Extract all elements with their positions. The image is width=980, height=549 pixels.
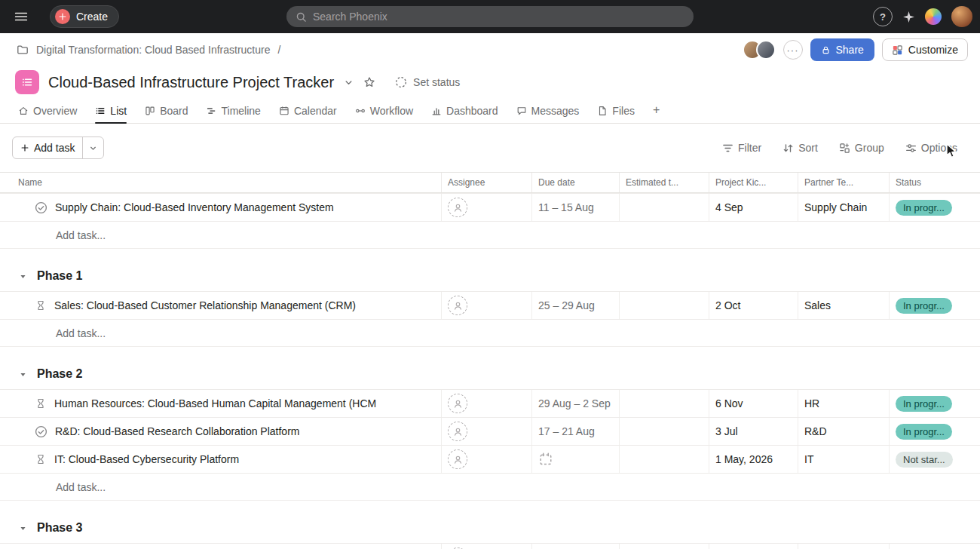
- project-kickoff-cell[interactable]: 3 Jul: [709, 418, 798, 445]
- project-kickoff-cell[interactable]: 1 Apr, 2026: [709, 544, 798, 549]
- estimated-cell[interactable]: [620, 390, 709, 417]
- search-input[interactable]: [313, 11, 684, 23]
- estimated-cell[interactable]: [620, 292, 709, 319]
- table-row[interactable]: Supply Chain: Cloud-Based Inventory Mana…: [0, 194, 980, 222]
- partner-team-cell[interactable]: HR: [798, 390, 890, 417]
- tab-overview[interactable]: Overview: [18, 105, 77, 123]
- due-date-cell[interactable]: 29 Aug – 2 Sep: [532, 390, 620, 417]
- table-row[interactable]: IT: Cloud-Based Cybersecurity Platform 1…: [0, 446, 980, 474]
- global-search[interactable]: [286, 6, 694, 27]
- task-name-cell[interactable]: Supply Chain: Cloud-Based Inventory Mana…: [0, 194, 442, 221]
- hamburger-menu-icon[interactable]: [11, 6, 32, 27]
- add-task-row[interactable]: Add task...: [0, 222, 980, 249]
- status-badge[interactable]: In progr...: [896, 200, 952, 216]
- column-header-partner-team[interactable]: Partner Te...: [798, 173, 890, 192]
- caret-down-icon[interactable]: [18, 370, 28, 379]
- estimated-cell[interactable]: [620, 418, 709, 445]
- check-circle-icon[interactable]: [35, 201, 47, 214]
- due-date-cell[interactable]: 17 – 21 Aug: [532, 418, 620, 445]
- estimated-cell[interactable]: [620, 544, 709, 549]
- section-header[interactable]: Phase 2: [0, 359, 980, 389]
- profile-avatar[interactable]: [951, 6, 972, 27]
- add-task-row[interactable]: Add task...: [0, 474, 980, 501]
- column-header-project-kickoff[interactable]: Project Kic...: [709, 173, 798, 192]
- column-header-estimated[interactable]: Estimated t...: [620, 173, 709, 192]
- share-button[interactable]: Share: [810, 38, 874, 61]
- options-button[interactable]: Options: [905, 142, 957, 154]
- create-button[interactable]: Create: [50, 5, 119, 28]
- status-cell[interactable]: In progr...: [890, 390, 980, 417]
- breadcrumb[interactable]: Digital Transformation: Cloud Based Infr…: [17, 44, 280, 56]
- status-cell[interactable]: In progr...: [890, 194, 980, 221]
- check-circle-icon[interactable]: [35, 425, 47, 438]
- tab-list[interactable]: List: [95, 105, 127, 123]
- help-button[interactable]: ?: [873, 7, 893, 26]
- section-header[interactable]: Phase 1: [0, 261, 980, 291]
- project-kickoff-cell[interactable]: 6 Nov: [709, 390, 798, 417]
- assignee-cell[interactable]: [442, 418, 532, 445]
- project-kickoff-cell[interactable]: 4 Sep: [709, 194, 798, 221]
- status-badge[interactable]: In progr...: [896, 424, 952, 440]
- task-name-cell[interactable]: Sales: Cloud-Based Customer Relationship…: [0, 292, 442, 319]
- due-date-cell[interactable]: 11 – 15 Aug: [532, 194, 620, 221]
- partner-team-cell[interactable]: IT: [798, 446, 890, 473]
- task-name-cell[interactable]: IT: Cloud-Based Cybersecurity Platform: [0, 446, 442, 473]
- partner-team-cell[interactable]: Supply Chain: [798, 194, 890, 221]
- hourglass-icon[interactable]: [35, 299, 47, 311]
- add-task-dropdown[interactable]: [82, 137, 103, 158]
- set-status-button[interactable]: Set status: [395, 76, 460, 88]
- breadcrumb-text[interactable]: Digital Transformation: Cloud Based Infr…: [36, 44, 270, 56]
- add-task-button[interactable]: Add task: [13, 137, 82, 158]
- hourglass-icon[interactable]: [35, 397, 47, 409]
- group-button[interactable]: Group: [839, 142, 884, 154]
- project-kickoff-cell[interactable]: 1 May, 2026: [709, 446, 798, 473]
- assignee-cell[interactable]: [442, 544, 532, 549]
- ai-sparkle-icon[interactable]: [902, 11, 915, 23]
- empty-due-date-icon[interactable]: [538, 452, 553, 467]
- partner-team-cell[interactable]: R&D: [798, 418, 890, 445]
- assignee-cell[interactable]: [442, 390, 532, 417]
- section-title[interactable]: Phase 1: [37, 269, 82, 283]
- status-badge[interactable]: In progr...: [896, 298, 952, 314]
- table-row[interactable]: R&D: Cloud-Based Research Collaboration …: [0, 418, 980, 446]
- estimated-cell[interactable]: [620, 194, 709, 221]
- status-badge[interactable]: Not star...: [896, 452, 953, 468]
- more-members-button[interactable]: ···: [783, 40, 803, 60]
- due-date-cell[interactable]: [532, 446, 620, 473]
- section-title[interactable]: Phase 3: [37, 521, 82, 535]
- customize-button[interactable]: Customize: [882, 38, 968, 61]
- hourglass-icon[interactable]: [35, 453, 47, 465]
- tab-dashboard[interactable]: Dashboard: [431, 105, 498, 123]
- tab-timeline[interactable]: Timeline: [207, 105, 261, 123]
- tab-workflow[interactable]: Workflow: [355, 105, 413, 123]
- star-icon[interactable]: [363, 76, 375, 88]
- assignee-cell[interactable]: [442, 292, 532, 319]
- sort-button[interactable]: Sort: [782, 142, 818, 154]
- column-header-assignee[interactable]: Assignee: [442, 173, 532, 192]
- tab-messages[interactable]: Messages: [516, 105, 580, 123]
- estimated-cell[interactable]: [620, 446, 709, 473]
- chevron-down-icon[interactable]: [343, 77, 354, 88]
- tab-files[interactable]: Files: [597, 105, 635, 123]
- task-name-cell[interactable]: R&D: Cloud-Based Research Collaboration …: [0, 418, 442, 445]
- assignee-cell[interactable]: [442, 194, 532, 221]
- filter-button[interactable]: Filter: [722, 142, 761, 154]
- member-avatars[interactable]: [743, 40, 776, 60]
- due-date-cell[interactable]: 25 – 29 Aug: [532, 292, 620, 319]
- partner-team-cell[interactable]: Sales: [798, 292, 890, 319]
- partner-team-cell[interactable]: QA: [798, 544, 890, 549]
- add-tab-button[interactable]: +: [653, 103, 660, 123]
- status-cell[interactable]: Not star...: [890, 446, 980, 473]
- status-cell[interactable]: In progr...: [890, 292, 980, 319]
- table-row[interactable]: Quality Assurance: Cloud-Based Quality M…: [0, 544, 980, 549]
- assignee-cell[interactable]: [442, 446, 532, 473]
- section-header[interactable]: Phase 3: [0, 513, 980, 543]
- caret-down-icon[interactable]: [18, 271, 28, 281]
- task-name-cell[interactable]: Quality Assurance: Cloud-Based Quality M…: [0, 544, 442, 549]
- task-name-cell[interactable]: Human Resources: Cloud-Based Human Capit…: [0, 390, 442, 417]
- table-row[interactable]: Sales: Cloud-Based Customer Relationship…: [0, 292, 980, 320]
- due-date-cell[interactable]: 2 – 6 Sep: [532, 544, 620, 549]
- status-cell[interactable]: In progr...: [890, 418, 980, 445]
- tab-board[interactable]: Board: [145, 105, 188, 123]
- column-header-due-date[interactable]: Due date: [532, 173, 620, 192]
